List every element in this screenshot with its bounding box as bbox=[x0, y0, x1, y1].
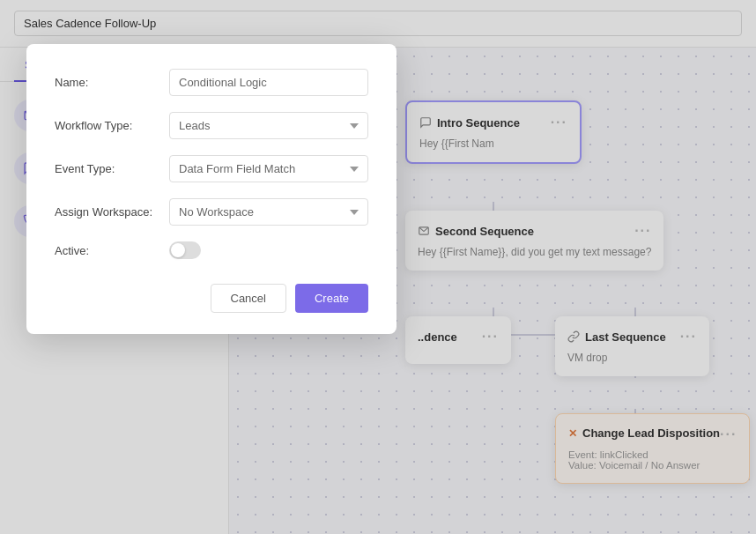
active-toggle[interactable] bbox=[169, 241, 201, 259]
form-row-name: Name: Conditional Logic bbox=[55, 69, 368, 96]
cancel-button[interactable]: Cancel bbox=[211, 284, 286, 313]
workflow-type-label: Workflow Type: bbox=[55, 119, 169, 132]
form-row-event-type: Event Type: Data Form Field Match Link C… bbox=[55, 155, 368, 182]
form-row-assign-workspace: Assign Workspace: No Workspace Workspace… bbox=[55, 198, 368, 226]
assign-workspace-select[interactable]: No Workspace Workspace A Workspace B bbox=[169, 198, 368, 226]
name-label: Name: bbox=[55, 76, 169, 89]
create-button[interactable]: Create bbox=[295, 284, 368, 313]
modal-overlay: Name: Conditional Logic Workflow Type: L… bbox=[0, 0, 756, 534]
assign-workspace-label: Assign Workspace: bbox=[55, 205, 169, 219]
event-type-label: Event Type: bbox=[55, 162, 169, 175]
name-input[interactable]: Conditional Logic bbox=[169, 69, 368, 96]
workflow-type-select[interactable]: Leads Contacts Deals bbox=[169, 112, 368, 139]
create-workflow-modal: Name: Conditional Logic Workflow Type: L… bbox=[26, 44, 397, 334]
form-row-active: Active: bbox=[55, 241, 368, 259]
active-label: Active: bbox=[55, 244, 169, 257]
event-type-select[interactable]: Data Form Field Match Link Clicked Email… bbox=[169, 155, 368, 182]
form-row-workflow-type: Workflow Type: Leads Contacts Deals bbox=[55, 112, 368, 139]
modal-footer: Cancel Create bbox=[55, 284, 368, 313]
